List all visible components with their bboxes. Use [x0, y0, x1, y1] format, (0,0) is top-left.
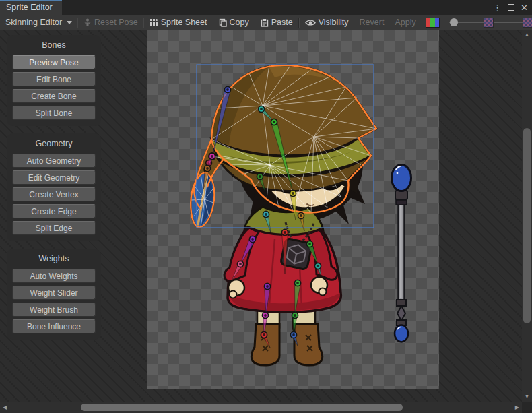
- create-bone-button[interactable]: Create Bone: [12, 89, 96, 103]
- skinning-editor-dropdown[interactable]: Skinning Editor: [0, 15, 77, 30]
- tab-title: Sprite Editor: [6, 3, 53, 12]
- edit-geometry-button[interactable]: Edit Geometry: [12, 170, 96, 185]
- tab-bar: Sprite Editor ⋮ ✕: [0, 0, 532, 15]
- zoom-slider: [446, 15, 532, 30]
- split-bone-button[interactable]: Split Bone: [12, 106, 96, 120]
- eye-icon: [305, 19, 316, 26]
- person-icon: [84, 18, 92, 27]
- character-sprite: [147, 30, 439, 389]
- editor-viewport: Bones Preview Pose Edit Bone Create Bone…: [0, 30, 532, 413]
- rgb-channels-button[interactable]: [426, 18, 440, 28]
- sprite-sheet-label: Sprite Sheet: [161, 18, 207, 27]
- close-icon[interactable]: ✕: [521, 3, 528, 12]
- apply-button[interactable]: Apply: [389, 15, 421, 30]
- reset-pose-label: Reset Pose: [94, 18, 138, 27]
- copy-icon: [219, 18, 227, 27]
- skinning-editor-label: Skinning Editor: [5, 18, 62, 27]
- weight-slider-button[interactable]: Weight Slider: [12, 286, 96, 300]
- revert-button[interactable]: Revert: [354, 15, 390, 30]
- mip-level-icon[interactable]: [484, 18, 494, 28]
- visibility-label: Visibility: [319, 18, 349, 27]
- copy-button[interactable]: Copy: [213, 15, 255, 30]
- paste-button[interactable]: Paste: [255, 15, 298, 30]
- split-edge-button[interactable]: Split Edge: [12, 221, 96, 235]
- apply-label: Apply: [395, 18, 415, 27]
- edit-bone-button[interactable]: Edit Bone: [12, 72, 96, 86]
- panel-title: Geometry: [12, 139, 96, 148]
- paste-icon: [261, 18, 269, 27]
- panel-title: Bones: [12, 40, 96, 50]
- panel-bones: Bones Preview Pose Edit Bone Create Bone…: [7, 35, 101, 126]
- auto-weights-button[interactable]: Auto Weights: [12, 269, 96, 283]
- staff-sprite: [392, 165, 411, 342]
- sprite-sheet-button[interactable]: Sprite Sheet: [144, 15, 213, 30]
- weight-brush-button[interactable]: Weight Brush: [12, 303, 96, 317]
- copy-label: Copy: [230, 18, 249, 27]
- horizontal-scrollbar[interactable]: ◀ ▶: [0, 402, 522, 413]
- hat: [211, 65, 376, 191]
- horizontal-scrollbar-thumb[interactable]: [81, 404, 403, 411]
- slider-handle[interactable]: [450, 18, 458, 26]
- visibility-button[interactable]: Visibility: [300, 15, 354, 30]
- grid-icon: [149, 18, 158, 27]
- paste-label: Paste: [271, 18, 293, 27]
- kebab-menu-icon[interactable]: ⋮: [493, 3, 502, 12]
- mip-level-icon[interactable]: [523, 18, 532, 28]
- chevron-down-icon: [67, 21, 72, 24]
- toolbar: Skinning Editor Reset Pose Sprite Sheet: [0, 15, 532, 30]
- panel-weights: Weights Auto Weights Weight Slider Weigh…: [7, 249, 101, 340]
- maximize-icon[interactable]: [508, 3, 514, 12]
- sprite-editor-window: Sprite Editor ⋮ ✕ Skinning Editor Reset …: [0, 0, 532, 413]
- reset-pose-button[interactable]: Reset Pose: [78, 15, 143, 30]
- vertical-scrollbar[interactable]: ▲ ▼: [522, 30, 532, 402]
- revert-label: Revert: [360, 18, 385, 27]
- auto-geometry-button[interactable]: Auto Geometry: [12, 154, 96, 168]
- vertical-scrollbar-thumb[interactable]: [523, 128, 531, 323]
- scrollbar-corner: [522, 402, 532, 413]
- scroll-down-icon[interactable]: ▼: [522, 393, 532, 401]
- toolbar-right-group: Visibility Revert Apply: [298, 15, 532, 30]
- scroll-up-icon[interactable]: ▲: [522, 31, 532, 39]
- scroll-left-icon[interactable]: ◀: [3, 402, 7, 413]
- tab-active-indicator: [0, 0, 62, 1]
- scroll-right-icon[interactable]: ▶: [515, 402, 519, 413]
- preview-pose-button[interactable]: Preview Pose: [12, 55, 96, 69]
- sprite-canvas[interactable]: [147, 30, 439, 389]
- panel-title: Weights: [12, 254, 96, 263]
- skinning-tool-panels: Bones Preview Pose Edit Bone Create Bone…: [7, 35, 101, 347]
- panel-geometry: Geometry Auto Geometry Edit Geometry Cre…: [7, 133, 101, 241]
- bone-influence-button[interactable]: Bone Influence: [12, 319, 96, 333]
- window-controls: ⋮ ✕: [493, 0, 528, 15]
- create-vertex-button[interactable]: Create Vertex: [12, 187, 96, 201]
- tab-sprite-editor[interactable]: Sprite Editor: [0, 0, 62, 15]
- create-edge-button[interactable]: Create Edge: [12, 204, 96, 218]
